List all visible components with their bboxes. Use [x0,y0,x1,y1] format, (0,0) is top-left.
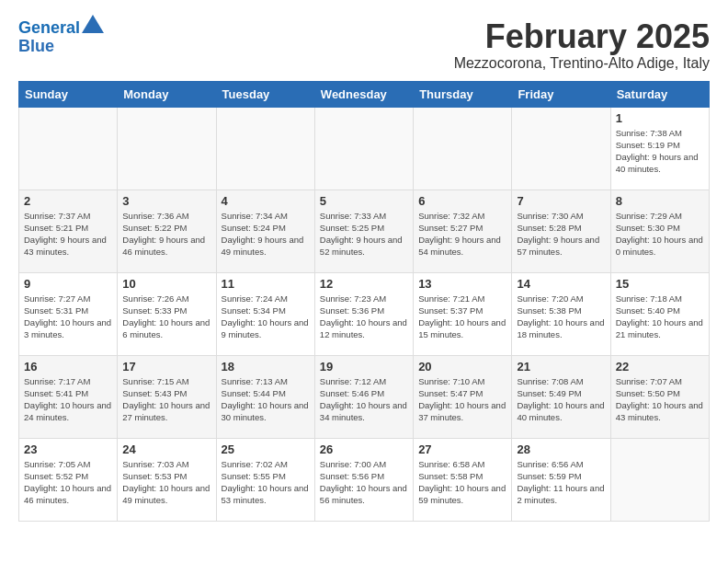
calendar-cell: 23Sunrise: 7:05 AM Sunset: 5:52 PM Dayli… [19,438,118,521]
page-header: GeneralBlue February 2025 Mezzocorona, T… [18,18,710,72]
header-sunday: Sunday [19,81,118,107]
day-info: Sunrise: 7:33 AM Sunset: 5:25 PM Dayligh… [320,210,408,259]
day-info: Sunrise: 7:00 AM Sunset: 5:56 PM Dayligh… [320,458,408,507]
calendar-cell: 11Sunrise: 7:24 AM Sunset: 5:34 PM Dayli… [216,272,314,355]
calendar-cell: 7Sunrise: 7:30 AM Sunset: 5:28 PM Daylig… [512,190,610,272]
day-number: 17 [122,360,210,373]
header-thursday: Thursday [414,81,512,107]
day-number: 3 [122,194,210,208]
day-info: Sunrise: 6:56 AM Sunset: 5:59 PM Dayligh… [517,458,605,507]
day-number: 1 [616,111,704,125]
day-info: Sunrise: 7:03 AM Sunset: 5:53 PM Dayligh… [122,458,210,507]
day-info: Sunrise: 7:29 AM Sunset: 5:30 PM Dayligh… [616,210,704,259]
day-number: 13 [418,277,506,291]
day-number: 4 [222,194,310,208]
calendar-cell: 8Sunrise: 7:29 AM Sunset: 5:30 PM Daylig… [610,190,709,272]
logo-text: GeneralBlue [18,18,104,56]
day-number: 12 [320,277,408,291]
day-number: 8 [616,194,704,208]
calendar-cell: 19Sunrise: 7:12 AM Sunset: 5:46 PM Dayli… [314,355,413,438]
day-number: 6 [418,194,506,208]
day-number: 24 [122,442,210,456]
day-number: 28 [517,442,605,456]
day-info: Sunrise: 7:18 AM Sunset: 5:40 PM Dayligh… [616,293,704,341]
day-info: Sunrise: 7:21 AM Sunset: 5:37 PM Dayligh… [418,293,506,341]
header-saturday: Saturday [610,81,709,107]
logo: GeneralBlue [18,18,104,56]
day-info: Sunrise: 7:34 AM Sunset: 5:24 PM Dayligh… [222,210,310,259]
calendar-cell: 27Sunrise: 6:58 AM Sunset: 5:58 PM Dayli… [414,438,512,521]
day-number: 20 [418,360,506,373]
day-info: Sunrise: 7:02 AM Sunset: 5:55 PM Dayligh… [222,458,310,507]
day-number: 19 [320,360,408,373]
calendar-cell: 4Sunrise: 7:34 AM Sunset: 5:24 PM Daylig… [216,190,314,272]
calendar-cell: 15Sunrise: 7:18 AM Sunset: 5:40 PM Dayli… [610,272,709,355]
day-number: 18 [222,360,310,373]
calendar-cell [314,107,413,190]
logo-icon [82,15,104,33]
calendar-cell: 9Sunrise: 7:27 AM Sunset: 5:31 PM Daylig… [19,272,118,355]
calendar-cell [414,107,512,190]
header-monday: Monday [118,81,216,107]
day-info: Sunrise: 7:10 AM Sunset: 5:47 PM Dayligh… [418,375,506,424]
day-info: Sunrise: 7:08 AM Sunset: 5:49 PM Dayligh… [517,375,605,424]
calendar-cell [216,107,314,190]
day-number: 21 [517,360,605,373]
day-info: Sunrise: 7:36 AM Sunset: 5:22 PM Dayligh… [122,210,210,259]
day-number: 10 [122,277,210,291]
location-title: Mezzocorona, Trentino-Alto Adige, Italy [454,55,710,72]
day-number: 15 [616,277,704,291]
calendar-cell [512,107,610,190]
day-number: 7 [517,194,605,208]
calendar-cell: 26Sunrise: 7:00 AM Sunset: 5:56 PM Dayli… [314,438,413,521]
calendar-cell: 24Sunrise: 7:03 AM Sunset: 5:53 PM Dayli… [118,438,216,521]
day-info: Sunrise: 6:58 AM Sunset: 5:58 PM Dayligh… [418,458,506,507]
day-info: Sunrise: 7:27 AM Sunset: 5:31 PM Dayligh… [24,293,112,341]
calendar-cell: 2Sunrise: 7:37 AM Sunset: 5:21 PM Daylig… [19,190,118,272]
day-number: 27 [418,442,506,456]
calendar: SundayMondayTuesdayWednesdayThursdayFrid… [18,81,710,522]
title-block: February 2025 Mezzocorona, Trentino-Alto… [454,18,710,72]
day-number: 5 [320,194,408,208]
calendar-week-row: 9Sunrise: 7:27 AM Sunset: 5:31 PM Daylig… [19,272,710,355]
calendar-cell: 5Sunrise: 7:33 AM Sunset: 5:25 PM Daylig… [314,190,413,272]
calendar-week-row: 2Sunrise: 7:37 AM Sunset: 5:21 PM Daylig… [19,190,710,272]
day-number: 9 [24,277,112,291]
day-number: 14 [517,277,605,291]
day-info: Sunrise: 7:30 AM Sunset: 5:28 PM Dayligh… [517,210,605,259]
day-number: 2 [24,194,112,208]
calendar-cell: 14Sunrise: 7:20 AM Sunset: 5:38 PM Dayli… [512,272,610,355]
calendar-cell: 22Sunrise: 7:07 AM Sunset: 5:50 PM Dayli… [610,355,709,438]
day-info: Sunrise: 7:37 AM Sunset: 5:21 PM Dayligh… [24,210,112,259]
day-info: Sunrise: 7:12 AM Sunset: 5:46 PM Dayligh… [320,375,408,424]
day-number: 22 [616,360,704,373]
svg-marker-0 [82,15,104,33]
calendar-cell [610,438,709,521]
calendar-week-row: 23Sunrise: 7:05 AM Sunset: 5:52 PM Dayli… [19,438,710,521]
day-number: 16 [24,360,112,373]
day-number: 11 [222,277,310,291]
day-info: Sunrise: 7:38 AM Sunset: 5:19 PM Dayligh… [616,127,704,176]
calendar-cell: 3Sunrise: 7:36 AM Sunset: 5:22 PM Daylig… [118,190,216,272]
header-friday: Friday [512,81,610,107]
day-info: Sunrise: 7:24 AM Sunset: 5:34 PM Dayligh… [222,293,310,341]
calendar-cell: 13Sunrise: 7:21 AM Sunset: 5:37 PM Dayli… [414,272,512,355]
day-info: Sunrise: 7:15 AM Sunset: 5:43 PM Dayligh… [122,375,210,424]
calendar-cell: 12Sunrise: 7:23 AM Sunset: 5:36 PM Dayli… [314,272,413,355]
header-wednesday: Wednesday [314,81,413,107]
day-info: Sunrise: 7:32 AM Sunset: 5:27 PM Dayligh… [418,210,506,259]
month-title: February 2025 [454,18,710,55]
day-info: Sunrise: 7:17 AM Sunset: 5:41 PM Dayligh… [24,375,112,424]
day-info: Sunrise: 7:26 AM Sunset: 5:33 PM Dayligh… [122,293,210,341]
calendar-cell: 25Sunrise: 7:02 AM Sunset: 5:55 PM Dayli… [216,438,314,521]
day-info: Sunrise: 7:23 AM Sunset: 5:36 PM Dayligh… [320,293,408,341]
calendar-cell: 21Sunrise: 7:08 AM Sunset: 5:49 PM Dayli… [512,355,610,438]
calendar-week-row: 1Sunrise: 7:38 AM Sunset: 5:19 PM Daylig… [19,107,710,190]
calendar-cell [19,107,118,190]
calendar-cell: 28Sunrise: 6:56 AM Sunset: 5:59 PM Dayli… [512,438,610,521]
calendar-header-row: SundayMondayTuesdayWednesdayThursdayFrid… [19,81,710,107]
calendar-cell [118,107,216,190]
calendar-cell: 1Sunrise: 7:38 AM Sunset: 5:19 PM Daylig… [610,107,709,190]
calendar-cell: 6Sunrise: 7:32 AM Sunset: 5:27 PM Daylig… [414,190,512,272]
calendar-cell: 10Sunrise: 7:26 AM Sunset: 5:33 PM Dayli… [118,272,216,355]
